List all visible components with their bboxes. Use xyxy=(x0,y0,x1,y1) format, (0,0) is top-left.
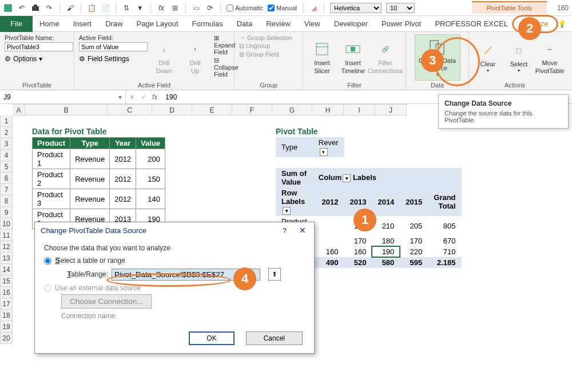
pivot-cell[interactable]: Grand Total xyxy=(428,187,461,216)
pivot-cell[interactable]: 490 xyxy=(313,257,344,268)
data-cell[interactable]: 2012 xyxy=(110,149,136,169)
select-table-radio[interactable]: SSelect a table or range xyxy=(44,257,305,265)
copy-icon[interactable]: 📋 xyxy=(87,3,96,13)
col-header-E[interactable]: E xyxy=(192,104,232,115)
tab-insert[interactable]: Insert xyxy=(66,16,99,32)
filter-icon[interactable]: ▼ xyxy=(136,3,145,13)
filter-connections-button[interactable]: 🔗Filter Connections xyxy=(370,34,401,81)
data-cell[interactable]: 200 xyxy=(136,149,165,169)
row-header-15[interactable]: 15 xyxy=(0,275,13,287)
row-header-19[interactable]: 19 xyxy=(0,321,13,333)
tab-page-layout[interactable]: Page Layout xyxy=(130,16,185,32)
undo-icon[interactable]: ↶ xyxy=(17,3,26,13)
paste-icon[interactable]: 📄 xyxy=(101,3,110,13)
pivot-cell[interactable]: 520 xyxy=(344,257,372,268)
pivot-cell[interactable] xyxy=(313,216,344,235)
data-cell[interactable]: Revenue xyxy=(70,149,110,169)
fontsize-select[interactable]: 10 xyxy=(386,3,415,13)
filter-icon[interactable]: ▾ xyxy=(283,207,291,215)
tab-developer[interactable]: Developer xyxy=(327,16,375,32)
options-button[interactable]: Options xyxy=(13,55,37,63)
grid-icon[interactable]: ⊞ xyxy=(170,3,180,13)
row-header-13[interactable]: 13 xyxy=(0,253,13,264)
row-header-5[interactable]: 5 xyxy=(0,161,13,173)
insert-timeline-button[interactable]: Insert Timeline xyxy=(339,34,367,81)
cancel-button[interactable]: Cancel xyxy=(246,331,303,345)
pivot-cell[interactable]: 170 xyxy=(344,235,372,246)
col-header-G[interactable]: G xyxy=(272,104,312,115)
refresh-icon[interactable]: ⟳ xyxy=(205,3,214,13)
fx-icon[interactable]: fx xyxy=(157,3,166,13)
row-header-8[interactable]: 8 xyxy=(0,195,13,207)
data-cell[interactable]: Product 2 xyxy=(33,169,70,189)
sort-icon[interactable]: ⇅ xyxy=(122,3,131,13)
col-header-D[interactable]: D xyxy=(152,104,192,115)
active-field-input[interactable] xyxy=(79,42,148,51)
col-header-I[interactable]: I xyxy=(344,104,375,115)
pivot-cell[interactable]: 160 xyxy=(313,246,344,257)
row-header-16[interactable]: 16 xyxy=(0,287,13,298)
pivot-cell[interactable]: 170 xyxy=(400,235,428,246)
insert-slicer-button[interactable]: Insert Slicer xyxy=(308,34,336,81)
row-header-7[interactable]: 7 xyxy=(0,184,13,195)
col-header-C[interactable]: C xyxy=(108,104,152,115)
pivot-cell[interactable]: 805 xyxy=(428,216,461,235)
filter-icon[interactable]: ▾ xyxy=(320,148,328,156)
manual-checkbox[interactable]: Manual xyxy=(268,5,297,11)
data-cell[interactable]: 2012 xyxy=(110,189,136,209)
pivot-cell[interactable]: 160 xyxy=(344,246,372,257)
name-box-input[interactable] xyxy=(3,93,118,101)
font-select[interactable]: Helvetica xyxy=(330,3,382,13)
dialog-close-icon[interactable]: ✕ xyxy=(297,226,308,235)
row-header-11[interactable]: 11 xyxy=(0,230,13,241)
row-header-12[interactable]: 12 xyxy=(0,241,13,253)
pivot-cell[interactable]: 595 xyxy=(400,257,428,268)
automatic-checkbox[interactable]: Automatic xyxy=(227,5,263,11)
pivot-name-input[interactable] xyxy=(5,42,73,51)
pivot-cell[interactable]: 2.185 xyxy=(428,257,461,268)
col-header-J[interactable]: J xyxy=(375,104,407,115)
row-header-17[interactable]: 17 xyxy=(0,298,13,310)
group-selection-button[interactable]: → Group Selection xyxy=(239,34,292,41)
tell-me-icon[interactable]: 💡 xyxy=(558,20,566,28)
row-header-1[interactable]: 1 xyxy=(0,115,13,127)
tab-professor-excel[interactable]: PROFESSOR EXCEL xyxy=(428,16,515,32)
move-pivot-button[interactable]: ↔Move PivotTable xyxy=(535,34,564,81)
pivot-cell[interactable]: Type xyxy=(276,137,313,157)
tab-review[interactable]: Review xyxy=(259,16,297,32)
data-cell[interactable]: Revenue xyxy=(70,169,110,189)
merge-icon[interactable]: ▭ xyxy=(192,3,201,13)
pivot-cell[interactable]: 580 xyxy=(372,257,400,268)
save-icon[interactable] xyxy=(3,3,13,13)
tab-power-pivot[interactable]: Power Pivot xyxy=(375,16,428,32)
tab-draw[interactable]: Draw xyxy=(98,16,129,32)
paint-icon[interactable]: 🖌 xyxy=(66,3,75,13)
pivot-cell[interactable]: 2014 xyxy=(372,187,400,216)
row-header-4[interactable]: 4 xyxy=(0,150,13,161)
tab-home[interactable]: Home xyxy=(33,16,66,32)
data-cell[interactable]: Revenue xyxy=(70,189,110,209)
drill-up-button[interactable]: ↑Drill Up xyxy=(181,34,209,81)
group-field-button[interactable]: ⊞ Group Field xyxy=(239,51,292,58)
pivot-cell[interactable]: Sum of Value xyxy=(276,168,313,187)
dialog-help-icon[interactable]: ? xyxy=(283,226,287,235)
tab-formulas[interactable]: Formulas xyxy=(185,16,230,32)
data-cell[interactable]: 150 xyxy=(136,169,165,189)
row-header-6[interactable]: 6 xyxy=(0,173,13,184)
pivot-cell[interactable]: Row Labels ▾ xyxy=(276,187,313,216)
briefcase-icon[interactable] xyxy=(31,3,40,13)
pivot-cell[interactable]: 205 xyxy=(400,216,428,235)
row-header-14[interactable]: 14 xyxy=(0,264,13,275)
col-header-F[interactable]: F xyxy=(232,104,272,115)
select-button[interactable]: ⬚Select▾ xyxy=(505,34,533,81)
row-header-18[interactable]: 18 xyxy=(0,310,13,321)
tab-data[interactable]: Data xyxy=(230,16,259,32)
data-cell[interactable]: 2012 xyxy=(110,169,136,189)
field-settings-button[interactable]: Field Settings xyxy=(88,55,129,63)
pivot-cell[interactable] xyxy=(276,157,313,168)
col-header-B[interactable]: B xyxy=(25,104,108,115)
tab-file[interactable]: File xyxy=(0,16,33,32)
pivot-cell[interactable]: 710 xyxy=(428,246,461,257)
row-header-2[interactable]: 2 xyxy=(0,127,13,138)
pivot-cell[interactable]: 670 xyxy=(428,235,461,246)
